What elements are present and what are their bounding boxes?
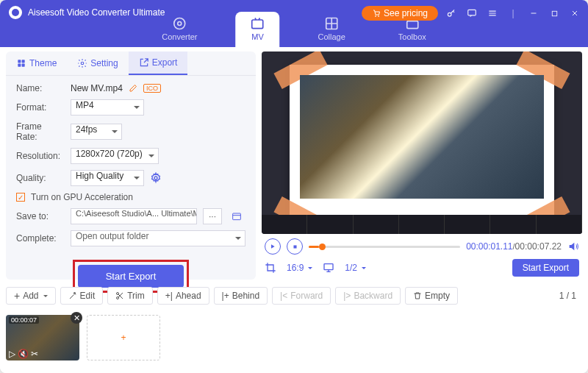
titlebar: Aiseesoft Video Converter Ultimate Conve… (0, 0, 588, 47)
backward-icon: |> (343, 291, 351, 301)
subtab-theme[interactable]: Theme (6, 51, 67, 75)
key-icon[interactable] (444, 6, 459, 21)
app-title: Aiseesoft Video Converter Ultimate (28, 7, 165, 18)
svg-point-5 (375, 16, 376, 17)
start-export-side-button[interactable]: Start Export (512, 259, 579, 277)
tab-mv[interactable]: MV (236, 12, 280, 47)
behind-button[interactable]: |+Behind (214, 287, 268, 305)
trim-icon[interactable]: ✂ (31, 349, 38, 359)
framerate-select[interactable]: 24fps (71, 124, 122, 140)
add-clip-button[interactable]: + (87, 315, 160, 360)
video-timeline[interactable] (262, 215, 582, 234)
content-area: Theme Setting Export Name: New MV.mp4 (0, 47, 588, 373)
ahead-icon: +| (165, 291, 173, 301)
svg-rect-16 (233, 213, 241, 220)
forward-button[interactable]: |<Forward (272, 287, 331, 305)
clip-thumbnails: ✕ 00:00:07 ▷ 🔇 ✂ + (6, 312, 582, 363)
backward-button[interactable]: |>Backward (335, 287, 401, 305)
close-button[interactable] (567, 6, 582, 21)
export-form: Name: New MV.mp4 ICO Format: MP4 Frame R… (6, 76, 256, 300)
format-label: Format: (16, 102, 65, 113)
app-logo-icon (9, 6, 22, 19)
svg-rect-12 (18, 64, 21, 67)
svg-rect-4 (406, 21, 417, 29)
display-icon[interactable] (323, 262, 334, 274)
secondary-controls: 16:9 1/2 Start Export (262, 259, 582, 280)
setting-icon (77, 58, 87, 68)
empty-button[interactable]: Empty (405, 287, 458, 305)
complete-select[interactable]: Open output folder (71, 230, 245, 246)
export-panel: Theme Setting Export Name: New MV.mp4 (6, 51, 256, 280)
upper-panels: Theme Setting Export Name: New MV.mp4 (6, 51, 582, 280)
crop-icon[interactable] (265, 262, 276, 274)
svg-rect-2 (252, 20, 263, 29)
player-controls: 00:00:01.11/00:00:07.22 (262, 234, 582, 259)
cart-icon (372, 9, 381, 18)
volume-icon[interactable] (567, 241, 579, 252)
name-value[interactable]: New MV.mp4 (71, 83, 123, 93)
aspect-ratio-select[interactable]: 16:9 (282, 261, 317, 274)
time-display: 00:00:01.11/00:00:07.22 (466, 241, 562, 252)
svg-point-1 (178, 22, 182, 26)
play-icon[interactable]: ▷ (9, 349, 15, 359)
trash-icon (413, 291, 422, 300)
converter-icon (172, 16, 187, 31)
menu-icon[interactable] (485, 6, 500, 21)
page-select[interactable]: 1/2 (340, 261, 370, 274)
format-select[interactable]: MP4 (71, 99, 144, 116)
name-label: Name: (16, 83, 65, 93)
minimize-button[interactable] (526, 6, 541, 21)
clip-duration: 00:00:07 (9, 316, 39, 324)
see-pricing-button[interactable]: See pricing (362, 6, 438, 21)
quality-label: Quality: (16, 173, 65, 183)
edit-name-icon[interactable] (129, 84, 137, 93)
open-folder-icon[interactable] (228, 208, 245, 224)
progress-handle[interactable] (319, 244, 326, 250)
ahead-button[interactable]: +|Ahead (157, 287, 209, 305)
browse-button[interactable]: ··· (203, 208, 222, 224)
pagination: 1 / 1 (559, 291, 582, 301)
clip-action-icons: ▷ 🔇 ✂ (9, 349, 38, 359)
trim-button[interactable]: Trim (107, 287, 153, 305)
feedback-icon[interactable] (465, 6, 479, 21)
maximize-button[interactable] (547, 6, 562, 21)
subtab-export[interactable]: Export (129, 51, 188, 75)
add-button[interactable]: +Add (6, 287, 56, 305)
play-button[interactable] (265, 238, 281, 255)
progress-bar[interactable] (309, 246, 460, 248)
clip-thumbnail[interactable]: ✕ 00:00:07 ▷ 🔇 ✂ (6, 315, 79, 360)
theme-icon (16, 58, 26, 68)
quality-select[interactable]: High Quality (71, 170, 144, 186)
clip-toolbar: +Add Edit Trim +|Ahead |+Behind |<Forwar… (6, 285, 582, 306)
quality-settings-icon[interactable] (150, 172, 162, 184)
save-label: Save to: (16, 211, 65, 221)
preview-panel: 00:00:01.11/00:00:07.22 16:9 1/2 Start E… (262, 51, 582, 280)
tab-collage[interactable]: Collage (304, 12, 360, 47)
tab-converter[interactable]: Converter (147, 12, 212, 47)
remove-clip-icon[interactable]: ✕ (71, 312, 82, 324)
subtab-setting[interactable]: Setting (67, 51, 128, 75)
edit-button[interactable]: Edit (60, 287, 104, 305)
mute-icon[interactable]: 🔇 (18, 349, 29, 359)
divider: | (506, 6, 520, 21)
svg-rect-8 (468, 10, 476, 15)
svg-rect-11 (22, 60, 25, 63)
magic-wand-icon (68, 291, 77, 300)
gpu-checkbox[interactable]: ✓ (16, 193, 25, 202)
video-preview[interactable] (262, 51, 582, 234)
svg-rect-18 (324, 264, 333, 270)
photo-frame (290, 65, 554, 221)
forward-icon: |< (280, 291, 287, 301)
save-path-input[interactable]: C:\Aiseesoft Studio\A... Ultimate\MV Exp… (71, 208, 197, 224)
window-controls: See pricing | (362, 6, 582, 21)
progress-fill (309, 246, 319, 248)
start-export-button[interactable]: Start Export (78, 265, 184, 288)
behind-icon: |+ (222, 291, 229, 301)
svg-point-19 (117, 293, 119, 295)
stop-button[interactable] (287, 238, 303, 255)
framerate-label: Frame Rate: (16, 121, 65, 142)
resolution-select[interactable]: 1280x720 (720p) (71, 148, 159, 164)
app-window: Aiseesoft Video Converter Ultimate Conve… (0, 0, 588, 373)
svg-point-20 (117, 297, 119, 299)
resolution-label: Resolution: (16, 151, 65, 161)
